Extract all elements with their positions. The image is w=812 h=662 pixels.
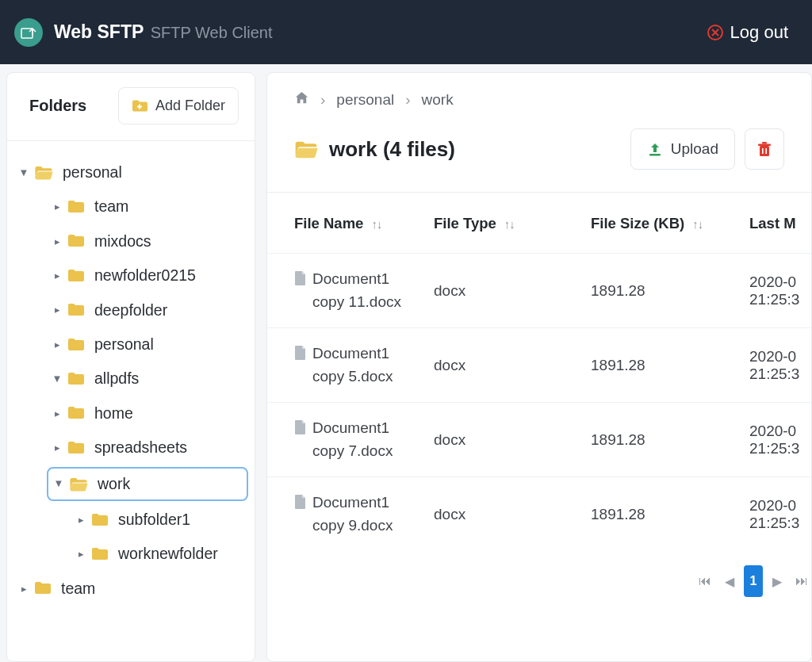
file-modified: 2020-0 21:25:3 xyxy=(741,254,811,328)
caret-icon: ▸ xyxy=(52,339,63,351)
breadcrumb-item[interactable]: personal xyxy=(336,91,394,109)
page-prev-button[interactable]: ◀ xyxy=(719,565,738,597)
column-header-type[interactable]: File Type↑↓ xyxy=(426,193,583,254)
delete-button[interactable] xyxy=(745,128,784,170)
tree-node[interactable]: ▸spreadsheets xyxy=(47,432,248,463)
breadcrumb-item[interactable]: work xyxy=(422,91,454,109)
upload-label: Upload xyxy=(671,140,718,158)
folder-icon xyxy=(34,165,53,180)
upload-icon xyxy=(647,142,663,157)
file-icon xyxy=(294,271,306,285)
page-next-button[interactable]: ▶ xyxy=(768,565,787,597)
logout-button[interactable]: Log out xyxy=(707,22,788,43)
file-type: docx xyxy=(426,403,583,477)
file-size: 1891.28 xyxy=(583,477,741,552)
column-header-name[interactable]: File Name↑↓ xyxy=(267,193,426,254)
table-row[interactable]: Document1 copy 5.docxdocx1891.282020-0 2… xyxy=(267,328,811,403)
sort-icon: ↑↓ xyxy=(692,217,703,231)
column-header-size[interactable]: File Size (KB)↑↓ xyxy=(583,193,741,254)
file-type: docx xyxy=(426,328,583,403)
caret-icon: ▸ xyxy=(75,548,86,561)
caret-icon: ▼ xyxy=(53,477,64,490)
home-icon[interactable] xyxy=(294,90,309,109)
table-row[interactable]: Document1 copy 9.docxdocx1891.282020-0 2… xyxy=(267,477,811,552)
page-number[interactable]: 1 xyxy=(744,565,763,597)
breadcrumb: › personal › work xyxy=(267,73,811,116)
file-name: Document1 copy 9.docx xyxy=(312,492,418,537)
tree-node-label: work xyxy=(98,475,130,493)
tree-node-label: mixdocs xyxy=(94,232,151,251)
file-icon xyxy=(294,346,306,360)
folder-icon xyxy=(67,406,85,420)
caret-icon: ▸ xyxy=(52,270,63,282)
app-logo xyxy=(14,18,43,47)
tree-node[interactable]: ▼allpdfs xyxy=(47,363,248,394)
file-name: Document1 copy 5.docx xyxy=(312,342,418,388)
caret-icon: ▼ xyxy=(52,373,63,385)
file-table: File Name↑↓ File Type↑↓ File Size (KB)↑↓… xyxy=(267,193,811,551)
chevron-right-icon: › xyxy=(320,91,325,109)
folder-icon xyxy=(67,200,85,214)
brand: Web SFTP SFTP Web Client xyxy=(14,18,273,47)
tree-node[interactable]: ▸deepfolder xyxy=(47,295,248,326)
tree-node[interactable]: ▸mixdocs xyxy=(47,226,248,257)
tree-node[interactable]: ▸team xyxy=(47,191,248,222)
tree-node[interactable]: ▸newfolder0215 xyxy=(47,260,248,291)
add-folder-icon xyxy=(132,99,147,113)
tree-node[interactable]: ▸worknewfolder xyxy=(71,538,248,569)
folder-icon xyxy=(67,441,85,455)
file-name: Document1 copy 7.docx xyxy=(312,417,418,462)
caret-icon: ▸ xyxy=(52,442,63,454)
caret-icon: ▸ xyxy=(18,583,29,595)
file-modified: 2020-0 21:25:3 xyxy=(741,403,811,477)
tree-node-label: spreadsheets xyxy=(94,438,187,457)
upload-button[interactable]: Upload xyxy=(630,128,735,170)
main-panel: › personal › work work (4 files) Upload xyxy=(266,72,812,662)
sidebar: Folders Add Folder ▼personal▸team▸mixdoc… xyxy=(6,72,255,662)
folder-icon xyxy=(91,547,109,561)
caret-icon: ▸ xyxy=(75,514,86,526)
folder-icon xyxy=(69,476,88,492)
caret-icon: ▸ xyxy=(52,304,63,316)
tree-node-label: newfolder0215 xyxy=(94,266,196,285)
tree-node[interactable]: ▸subfolder1 xyxy=(71,504,248,535)
add-folder-button[interactable]: Add Folder xyxy=(118,87,239,124)
file-type: docx xyxy=(426,477,583,552)
file-name: Document1 copy 11.docx xyxy=(312,268,418,313)
sidebar-title: Folders xyxy=(29,97,86,115)
tree-node-label: subfolder1 xyxy=(118,511,190,529)
tree-node-label: personal xyxy=(94,335,154,354)
logout-icon xyxy=(707,24,724,41)
caret-icon: ▸ xyxy=(52,201,63,213)
folder-icon xyxy=(67,303,85,317)
tree-node-label: team xyxy=(61,580,95,598)
trash-icon xyxy=(756,142,772,157)
page-first-button[interactable]: ⏮ xyxy=(695,565,714,597)
folder-icon xyxy=(67,338,85,352)
tree-node[interactable]: ▸team xyxy=(13,573,248,604)
tree-node-label: home xyxy=(94,404,133,423)
tree-node-label: worknewfolder xyxy=(118,545,218,563)
app-title: Web SFTP xyxy=(54,21,144,42)
folder-tree: ▼personal▸team▸mixdocs▸newfolder0215▸dee… xyxy=(7,141,255,612)
table-row[interactable]: Document1 copy 11.docxdocx1891.282020-0 … xyxy=(267,254,811,328)
file-modified: 2020-0 21:25:3 xyxy=(741,328,811,403)
tree-node[interactable]: ▼work xyxy=(47,467,248,501)
tree-node-label: team xyxy=(94,197,128,216)
chevron-right-icon: › xyxy=(405,91,410,109)
folder-icon xyxy=(67,269,85,283)
caret-icon: ▸ xyxy=(52,235,63,248)
column-header-modified[interactable]: Last M xyxy=(741,193,811,254)
page-last-button[interactable]: ⏭ xyxy=(792,565,811,597)
tree-node[interactable]: ▸personal xyxy=(47,329,248,360)
file-size: 1891.28 xyxy=(583,328,741,403)
folder-icon xyxy=(67,372,85,386)
table-row[interactable]: Document1 copy 7.docxdocx1891.282020-0 2… xyxy=(267,403,811,477)
tree-node[interactable]: ▸home xyxy=(47,398,248,429)
file-icon xyxy=(294,420,306,434)
tree-node[interactable]: ▼personal xyxy=(13,157,248,188)
pagination: ⏮ ◀ 1 ▶ ⏭ xyxy=(267,551,811,611)
tree-node-label: allpdfs xyxy=(94,369,139,388)
caret-icon: ▼ xyxy=(18,166,29,179)
sort-icon: ↑↓ xyxy=(371,217,381,231)
